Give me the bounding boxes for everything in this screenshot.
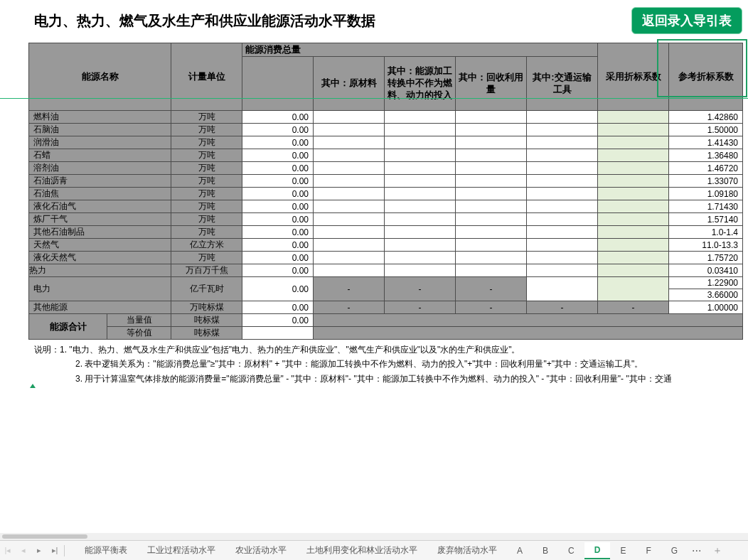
table-row: 液化石油气万吨0.001.71430 bbox=[29, 200, 743, 213]
tab-c[interactable]: C bbox=[558, 543, 584, 559]
nav-next-icon[interactable]: ▸ bbox=[31, 542, 47, 559]
col-total: 能源消费总量 bbox=[242, 43, 598, 57]
row-ref: 1.71430 bbox=[669, 200, 743, 213]
tab-d[interactable]: D bbox=[584, 542, 611, 559]
table-row: 电力 亿千瓦时 0.00 - - - 1.22900 bbox=[29, 277, 743, 289]
tab-b[interactable]: B bbox=[533, 543, 558, 559]
tab-more-icon[interactable]: ··· bbox=[688, 544, 705, 557]
row-val[interactable]: 0.00 bbox=[242, 277, 314, 301]
total-label: 能源合计 bbox=[29, 314, 107, 340]
row-ref: 11.0-13.3 bbox=[669, 239, 743, 252]
table-row: 润滑油万吨0.001.41430 bbox=[29, 136, 743, 149]
scrollbar-thumb[interactable] bbox=[2, 534, 87, 539]
tab-g[interactable]: G bbox=[661, 543, 688, 559]
freeze-line bbox=[0, 98, 748, 99]
row-unit: 万吨 bbox=[171, 213, 242, 226]
row-name: 燃料油 bbox=[29, 111, 171, 124]
row-ref: 1.75720 bbox=[669, 252, 743, 264]
table-row: 其他能源 万吨标煤 0.00 - - - - - 1.00000 bbox=[29, 301, 743, 314]
row-ref: 1.0-1.4 bbox=[669, 226, 743, 239]
row-ref: 1.36480 bbox=[669, 149, 743, 162]
page-title: 电力、热力、燃气及水生产和供应业能源活动水平数据 bbox=[34, 11, 375, 31]
row-name: 溶剂油 bbox=[29, 162, 171, 175]
note-2: 2. 表中逻辑关系为："能源消费总量"≥"其中：原材料" + "其中：能源加工转… bbox=[34, 357, 748, 371]
col-h3: 其中：回收利用量 bbox=[456, 57, 527, 111]
back-button[interactable]: 返回录入导引表 bbox=[631, 7, 742, 34]
row-name: 石蜡 bbox=[29, 149, 171, 162]
col-ref: 参考折标系数 bbox=[669, 43, 743, 111]
row-ref: 1.46720 bbox=[669, 162, 743, 175]
row-name: 其他能源 bbox=[29, 301, 171, 314]
col-name: 能源名称 bbox=[29, 43, 171, 111]
row-name: 电力 bbox=[29, 277, 171, 301]
energy-data-table: 能源名称 计量单位 能源消费总量 采用折标系数 参考折标系数 其中：原材料 其中… bbox=[28, 43, 743, 340]
tab-energy-balance[interactable]: 能源平衡表 bbox=[75, 542, 137, 559]
tab-agriculture[interactable]: 农业活动水平 bbox=[225, 542, 296, 559]
notes-block: 说明：1. "电力、热力、燃气及水生产和供应业"包括"电力、热力的生产和供应业"… bbox=[0, 340, 748, 386]
row-name: 炼厂干气 bbox=[29, 213, 171, 226]
table-row: 石油焦万吨0.001.09180 bbox=[29, 188, 743, 200]
row-ref: 0.03410 bbox=[669, 264, 743, 277]
row-val[interactable]: 0.00 bbox=[242, 136, 314, 149]
tab-e[interactable]: E bbox=[610, 543, 636, 559]
tab-f[interactable]: F bbox=[636, 543, 661, 559]
tab-waste[interactable]: 废弃物活动水平 bbox=[427, 542, 507, 559]
row-val[interactable]: 0.00 bbox=[242, 188, 314, 200]
table-row: 液化天然气万吨0.001.75720 bbox=[29, 252, 743, 264]
row-unit: 万吨 bbox=[171, 175, 242, 188]
nav-last-icon[interactable]: ▸| bbox=[47, 542, 63, 559]
col-h1: 其中：原材料 bbox=[314, 57, 385, 111]
note-3: 3. 用于计算温室气体排放的能源消费量="能源消费总量" - "其中：原材料"-… bbox=[34, 372, 748, 386]
row-name: 天然气 bbox=[29, 239, 171, 252]
row-ref: 1.41430 bbox=[669, 136, 743, 149]
note-1: 说明：1. "电力、热力、燃气及水生产和供应业"包括"电力、热力的生产和供应业"… bbox=[34, 343, 748, 357]
row-name: 其他石油制品 bbox=[29, 226, 171, 239]
row-unit: 万吨 bbox=[171, 226, 242, 239]
row-unit: 万吨 bbox=[171, 252, 242, 264]
row-ref: 1.09180 bbox=[669, 188, 743, 200]
table-row: 其他石油制品万吨0.001.0-1.4 bbox=[29, 226, 743, 239]
tab-land-use[interactable]: 土地利用变化和林业活动水平 bbox=[296, 542, 427, 559]
row-val[interactable]: 0.00 bbox=[242, 162, 314, 175]
table-row: 石脑油万吨0.001.50000 bbox=[29, 124, 743, 136]
row-name: 石油焦 bbox=[29, 188, 171, 200]
nav-prev-icon[interactable]: ◂ bbox=[16, 542, 31, 559]
nav-first-icon[interactable]: |◂ bbox=[0, 542, 16, 559]
table-row: 热力万百万千焦0.000.03410 bbox=[29, 264, 743, 277]
col-unit: 计量单位 bbox=[171, 43, 242, 111]
row-unit: 万吨 bbox=[171, 149, 242, 162]
table-row: 石蜡万吨0.001.36480 bbox=[29, 149, 743, 162]
horizontal-scrollbar[interactable] bbox=[0, 533, 748, 540]
row-name: 润滑油 bbox=[29, 136, 171, 149]
row-unit: 万吨 bbox=[171, 162, 242, 175]
row-val[interactable]: 0.00 bbox=[242, 200, 314, 213]
row-name: 热力 bbox=[29, 264, 171, 277]
tab-a[interactable]: A bbox=[507, 543, 533, 559]
col-h2: 其中：能源加工转换中不作为燃料、动力的投入 bbox=[385, 57, 456, 111]
row-unit: 亿立方米 bbox=[171, 239, 242, 252]
row-name: 液化石油气 bbox=[29, 200, 171, 213]
row-name: 石油沥青 bbox=[29, 175, 171, 188]
table-row: 燃料油万吨0.001.42860 bbox=[29, 111, 743, 124]
row-val[interactable]: 0.00 bbox=[242, 226, 314, 239]
row-name: 液化天然气 bbox=[29, 252, 171, 264]
tab-add-icon[interactable]: ＋ bbox=[705, 544, 730, 557]
col-h4: 其中:交通运输工具 bbox=[527, 57, 598, 111]
table-row: 能源合计 当量值 吨标煤 0.00 bbox=[29, 314, 743, 327]
row-val[interactable]: 0.00 bbox=[242, 252, 314, 264]
row-unit: 万吨 bbox=[171, 200, 242, 213]
row-ref: 1.42860 bbox=[669, 111, 743, 124]
table-row: 炼厂干气万吨0.001.57140 bbox=[29, 213, 743, 226]
row-val[interactable]: 0.00 bbox=[242, 124, 314, 136]
row-val[interactable]: 0.00 bbox=[242, 264, 314, 277]
sheet-tab-bar: |◂ ◂ ▸ ▸| 能源平衡表 工业过程活动水平 农业活动水平 土地利用变化和林… bbox=[0, 540, 748, 560]
row-val[interactable]: 0.00 bbox=[242, 111, 314, 124]
row-val[interactable]: 0.00 bbox=[242, 213, 314, 226]
row-unit: 万吨 bbox=[171, 111, 242, 124]
row-val[interactable]: 0.00 bbox=[242, 239, 314, 252]
row-name: 石脑油 bbox=[29, 124, 171, 136]
row-val[interactable]: 0.00 bbox=[242, 175, 314, 188]
tab-industrial[interactable]: 工业过程活动水平 bbox=[137, 542, 225, 559]
row-unit: 万吨 bbox=[171, 124, 242, 136]
row-val[interactable]: 0.00 bbox=[242, 149, 314, 162]
